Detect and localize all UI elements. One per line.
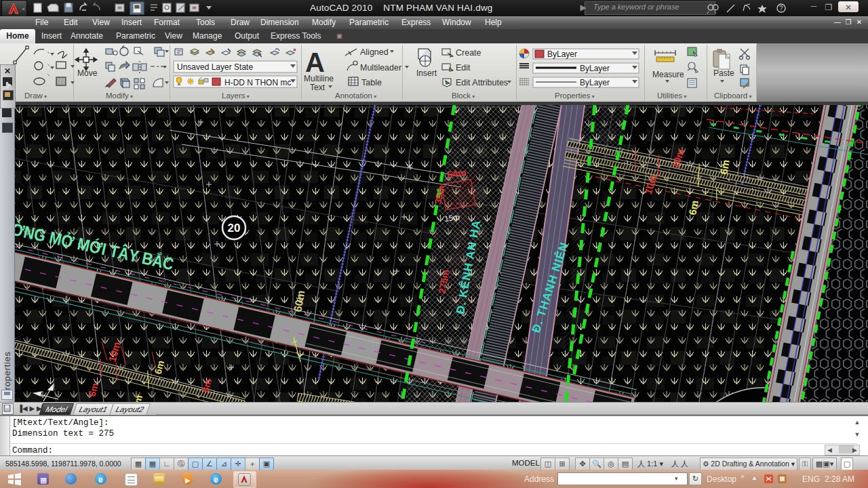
svg-text:Paste: Paste — [713, 68, 734, 78]
svg-text:Move: Move — [77, 68, 98, 78]
svg-text:Text: Text — [310, 83, 326, 92]
svg-text:Edit: Edit — [456, 63, 471, 73]
svg-text:ByLayer: ByLayer — [580, 64, 610, 73]
svg-text:Create: Create — [456, 48, 481, 58]
svg-text:ByLayer: ByLayer — [580, 78, 610, 87]
svg-text:20: 20 — [228, 222, 241, 235]
svg-text:Multiline: Multiline — [304, 74, 334, 83]
svg-text:ByLayer: ByLayer — [547, 49, 577, 59]
svg-text:Insert: Insert — [416, 68, 437, 78]
svg-text:Multileader: Multileader — [360, 63, 401, 73]
svg-text:Table: Table — [361, 78, 382, 87]
svg-text:Edit Attributes: Edit Attributes — [456, 78, 508, 87]
svg-text:Aligned: Aligned — [360, 47, 389, 57]
svg-text:H-DD N THON mc: H-DD N THON mc — [224, 78, 291, 87]
svg-text:?: ? — [779, 5, 783, 12]
svg-text:Measure: Measure — [652, 70, 684, 79]
svg-text:A: A — [305, 47, 325, 77]
svg-text:Unsaved Layer State: Unsaved Layer State — [177, 62, 253, 72]
